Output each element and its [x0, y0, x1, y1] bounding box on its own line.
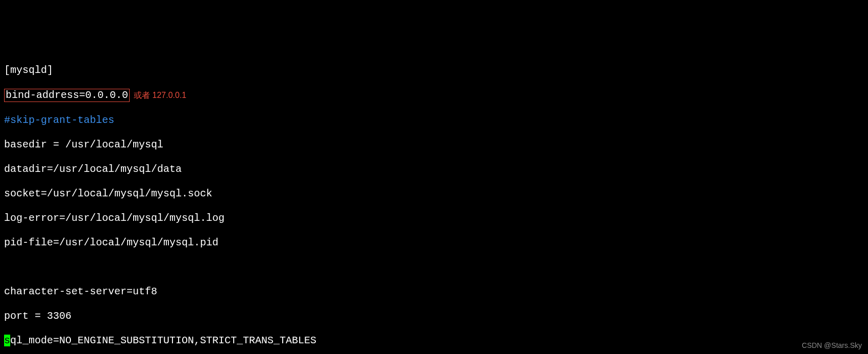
config-bind-address-line: bind-address=0.0.0.0或者 127.0.0.1: [4, 89, 864, 102]
config-log-error: log-error=/usr/local/mysql/mysql.log: [4, 212, 864, 224]
config-socket: socket=/usr/local/mysql/mysql.sock: [4, 188, 864, 200]
config-datadir: datadir=/usr/local/mysql/data: [4, 163, 864, 175]
config-section-mysqld: [mysqld]: [4, 64, 864, 77]
config-skip-grant: #skip-grant-tables: [4, 114, 864, 127]
config-sql-mode: sql_mode=NO_ENGINE_SUBSTITUTION,STRICT_T…: [4, 335, 864, 347]
config-port: port = 3306: [4, 310, 864, 322]
highlight-box: bind-address=0.0.0.0: [4, 89, 130, 102]
blank-line: [4, 261, 864, 273]
config-charset: character-set-server=utf8: [4, 286, 864, 298]
cursor-icon: s: [4, 335, 10, 346]
config-pid-file: pid-file=/usr/local/mysql/mysql.pid: [4, 237, 864, 249]
annotation-text: 或者 127.0.0.1: [134, 91, 186, 99]
watermark-text: CSDN @Stars.Sky: [802, 341, 862, 350]
config-sql-mode-rest: ql_mode=NO_ENGINE_SUBSTITUTION,STRICT_TR…: [10, 335, 316, 346]
terminal-viewport[interactable]: [mysqld] bind-address=0.0.0.0或者 127.0.0.…: [4, 52, 864, 354]
config-basedir: basedir = /usr/local/mysql: [4, 139, 864, 151]
